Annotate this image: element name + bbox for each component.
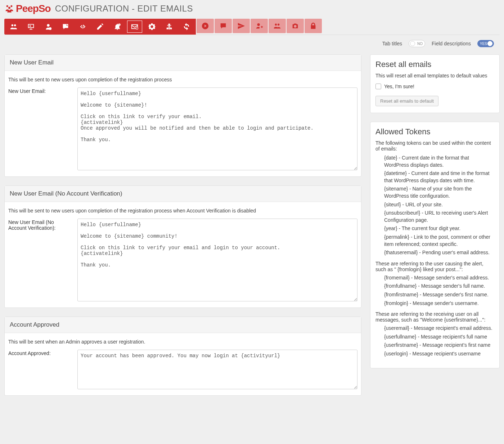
toggle-row: Tab titles NO Field descriptions YES [4, 35, 500, 51]
svg-point-2 [8, 7, 10, 9]
tokens-list-1: {date} - Current date in the format that… [375, 154, 494, 256]
svg-rect-7 [167, 28, 168, 30]
toggle-field-descriptions[interactable]: YES [477, 40, 494, 47]
tab-profile[interactable] [40, 19, 57, 34]
svg-rect-8 [170, 28, 172, 30]
svg-point-0 [6, 5, 8, 7]
toggle-field-desc-label: Field descriptions [432, 41, 471, 46]
toggle-state-text: NO [417, 42, 423, 46]
section-description: This will be sent when an Admin approves… [8, 339, 357, 345]
tab-users[interactable] [5, 19, 22, 34]
tokens-panel: Allowed Tokens The following tokens can … [370, 122, 500, 368]
page-title: CONFIGURATION - EDIT EMAILS [55, 4, 193, 14]
section-new-user: New User Email This will be sent to new … [4, 54, 361, 177]
tab-comment[interactable] [57, 19, 74, 34]
tokens-intro: The following tokens can be used within … [375, 140, 494, 152]
field-label: Account Approved: [8, 350, 73, 390]
token-item: {permalink} - Link to the post, comment … [384, 234, 494, 248]
new-user-email-textarea[interactable] [77, 88, 357, 170]
token-item: {date} - Current date in the format that… [384, 154, 494, 169]
token-item: {siteurl} - URL of your site. [384, 201, 494, 208]
tokens-list-3: {useremail} - Message recipient's email … [375, 325, 494, 357]
tab-bar: ! [4, 19, 500, 35]
token-item: {fromfullname} - Message sender's full n… [384, 283, 494, 290]
tab-video[interactable] [197, 19, 214, 33]
tab-flow[interactable] [161, 19, 178, 34]
reset-panel: Reset all emails This will reset all ema… [370, 54, 500, 113]
section-description: This will be sent to new users upon comp… [8, 77, 357, 82]
field-label: New User Email: [8, 88, 73, 171]
token-item: {fromfirstname} - Message sender's first… [384, 291, 494, 299]
logo-icon [4, 4, 14, 14]
svg-rect-9 [168, 24, 170, 26]
tab-adduser[interactable] [251, 19, 268, 33]
tab-settings[interactable] [143, 19, 161, 34]
toggle-tab-titles-label: Tab titles [382, 41, 402, 46]
section-new-user-no-verify: New User Email (No Account Verification)… [4, 185, 361, 308]
tab-chat[interactable] [215, 19, 232, 33]
tab-lock[interactable] [305, 19, 322, 33]
token-item: {fromemail} - Message sender's email add… [384, 274, 494, 282]
main-column: New User Email This will be sent to new … [4, 54, 361, 404]
reset-title: Reset all emails [375, 60, 494, 69]
svg-point-1 [10, 5, 12, 7]
tab-email[interactable] [126, 19, 143, 34]
logo: PeepSo [4, 3, 51, 14]
reset-button[interactable]: Reset all emails to default [375, 96, 438, 106]
side-column: Reset all emails This will reset all ema… [370, 54, 500, 404]
content: New User Email This will be sent to new … [0, 51, 504, 412]
toggle-state-text: YES [480, 42, 487, 46]
tab-code[interactable] [74, 19, 91, 34]
reset-confirm-checkbox[interactable] [375, 84, 381, 89]
field-label: New User Email (No Account Verification)… [8, 219, 73, 302]
account-approved-textarea[interactable] [77, 350, 357, 389]
reset-description: This will reset all email templates to d… [375, 73, 494, 79]
token-item: {userfirstname} - Message recipient's fi… [384, 342, 494, 349]
tokens-list-2: {fromemail} - Message sender's email add… [375, 274, 494, 307]
tokens-sub-3: These are referring to the receiving use… [375, 311, 494, 323]
token-item: {fromlogin} - Message sender's username. [384, 300, 494, 307]
tokens-title: Allowed Tokens [375, 127, 494, 136]
primary-tabs: ! [4, 19, 196, 35]
token-item: {userfullname} - Message recipient's ful… [384, 333, 494, 341]
token-item: {userlogin} - Message recipient's userna… [384, 350, 494, 358]
toggle-knob-icon [487, 41, 492, 46]
toggle-tab-titles[interactable]: NO [409, 40, 425, 47]
token-item: {year} - The current four digit year. [384, 225, 494, 232]
section-title: New User Email (No Account Verification) [5, 186, 361, 202]
tab-group[interactable] [269, 19, 286, 33]
token-item: {sitename} - Name of your site from the … [384, 185, 494, 199]
toggle-knob-icon [410, 41, 415, 46]
tab-display[interactable] [22, 19, 40, 34]
tab-send[interactable] [233, 19, 250, 33]
token-item: {unsubscribeurl} - URL to receiving user… [384, 210, 494, 224]
tokens-sub-2: These are referring to the user causing … [375, 261, 494, 272]
tab-sync[interactable] [178, 19, 195, 34]
new-user-no-verify-textarea[interactable] [77, 219, 357, 301]
tab-alert[interactable]: ! [109, 19, 126, 34]
section-description: This will be sent to new users upon comp… [8, 208, 357, 214]
token-item: {useremail} - Message recipient's email … [384, 325, 494, 332]
token-item: {datetime} - Current date and time in th… [384, 170, 494, 184]
section-title: New User Email [5, 55, 361, 71]
header: PeepSo CONFIGURATION - EDIT EMAILS [0, 0, 504, 19]
tab-edit[interactable] [91, 19, 109, 34]
token-item: {thatuseremail} - Pending user's email a… [384, 249, 494, 256]
brand-name: PeepSo [16, 3, 51, 14]
tab-camera[interactable] [287, 19, 304, 33]
section-account-approved: Account Approved This will be sent when … [4, 317, 361, 396]
section-title: Account Approved [5, 317, 361, 333]
reset-checkbox-label: Yes, I'm sure! [384, 84, 414, 89]
